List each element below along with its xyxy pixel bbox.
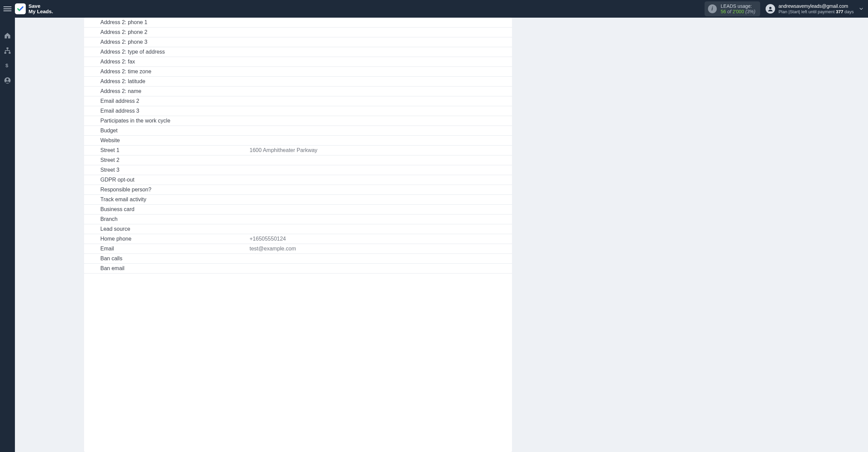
field-row[interactable]: Address 2: phone 1 [84,18,512,27]
app-logo[interactable]: Save My Leads. [15,3,53,14]
field-value [250,42,512,42]
field-label: Email [84,245,250,252]
field-value: test@example.com [250,245,512,252]
app-name: Save My Leads. [28,3,53,14]
field-label: Lead source [84,226,250,232]
field-label: Ban email [84,265,250,272]
svg-text:$: $ [5,62,8,68]
field-value [250,229,512,229]
field-label: Participates in the work cycle [84,117,250,124]
field-label: Track email activity [84,196,250,203]
field-label: Website [84,137,250,144]
field-row[interactable]: Address 2: phone 2 [84,27,512,37]
field-value [250,101,512,101]
field-value [250,258,512,259]
field-row[interactable]: Emailtest@example.com [84,244,512,254]
field-value: +16505550124 [250,236,512,242]
nav-connections-icon[interactable] [3,46,12,55]
field-label: Address 2: latitude [84,78,250,85]
field-label: GDPR opt-out [84,176,250,183]
logo-mark-icon [15,3,26,14]
field-value [250,22,512,23]
field-row[interactable]: Street 3 [84,165,512,175]
field-label: Address 2: name [84,88,250,95]
field-label: Street 1 [84,147,250,154]
nav-account-icon[interactable] [3,76,12,85]
field-label: Address 2: fax [84,58,250,65]
field-row[interactable]: Responsible person? [84,185,512,195]
field-value [250,32,512,33]
field-row[interactable]: Home phone+16505550124 [84,234,512,244]
main-content: Address 2: phone 1Address 2: phone 2Addr… [15,18,868,452]
field-row[interactable]: Email address 3 [84,106,512,116]
field-label: Email address 2 [84,98,250,105]
hamburger-menu-icon[interactable] [3,4,12,14]
field-row[interactable]: Street 11600 Amphitheater Parkway [84,146,512,155]
account-email: andrewsavemyleads@gmail.com [778,3,854,9]
field-label: Budget [84,127,250,134]
account-widget[interactable]: andrewsavemyleads@gmail.com Plan |Start|… [766,3,854,14]
field-row[interactable]: Branch [84,214,512,224]
svg-point-7 [6,78,8,80]
field-row[interactable]: Address 2: time zone [84,67,512,77]
chevron-down-icon[interactable] [857,5,865,13]
topbar: Save My Leads. i LEADS usage: 56 of 2'00… [0,0,868,18]
field-mapping-panel: Address 2: phone 1Address 2: phone 2Addr… [84,18,512,452]
field-value [250,140,512,141]
field-value [250,52,512,52]
field-row[interactable]: Website [84,136,512,146]
field-label: Ban calls [84,255,250,262]
field-value [250,111,512,111]
avatar-icon [766,4,775,14]
field-label: Street 3 [84,167,250,173]
field-row[interactable]: Track email activity [84,195,512,205]
svg-rect-4 [9,52,11,54]
field-value [250,81,512,82]
field-value [250,209,512,210]
field-label: Address 2: time zone [84,68,250,75]
field-label: Branch [84,216,250,223]
field-value [250,71,512,72]
field-row[interactable]: Address 2: name [84,87,512,96]
svg-rect-3 [4,52,6,54]
field-label: Email address 3 [84,108,250,114]
field-row[interactable]: Address 2: fax [84,57,512,67]
field-value [250,61,512,62]
svg-rect-2 [6,48,8,49]
field-row[interactable]: Street 2 [84,155,512,165]
account-info: andrewsavemyleads@gmail.com Plan |Start|… [778,3,854,14]
field-row[interactable]: Address 2: type of address [84,47,512,57]
account-plan: Plan |Start| left until payment 377 days [778,9,854,15]
field-row[interactable]: Business card [84,205,512,214]
field-row[interactable]: Lead source [84,224,512,234]
field-label: Responsible person? [84,186,250,193]
field-value [250,120,512,121]
field-row[interactable]: Budget [84,126,512,136]
field-value [250,189,512,190]
field-row[interactable]: Participates in the work cycle [84,116,512,126]
field-label: Address 2: type of address [84,49,250,55]
field-value [250,219,512,220]
field-value [250,180,512,180]
field-label: Address 2: phone 2 [84,29,250,36]
leads-usage-widget[interactable]: i LEADS usage: 56 of 2'000 (3%) [705,1,760,16]
field-row[interactable]: Address 2: latitude [84,77,512,87]
field-row[interactable]: Ban calls [84,254,512,264]
field-value: 1600 Amphitheater Parkway [250,147,512,154]
svg-point-1 [769,7,772,9]
field-value [250,268,512,269]
field-value [250,91,512,92]
field-label: Address 2: phone 3 [84,39,250,45]
field-value [250,160,512,161]
shell: $ Address 2: phone 1Address 2: phone 2Ad… [0,18,868,452]
field-row[interactable]: GDPR opt-out [84,175,512,185]
nav-billing-icon[interactable]: $ [3,61,12,70]
field-row[interactable]: Email address 2 [84,96,512,106]
field-row[interactable]: Address 2: phone 3 [84,37,512,47]
info-icon: i [708,4,717,13]
field-row[interactable]: Ban email [84,264,512,274]
field-value [250,199,512,200]
field-value [250,170,512,170]
leads-usage-text: LEADS usage: 56 of 2'000 (3%) [721,3,755,14]
nav-home-icon[interactable] [3,31,12,40]
